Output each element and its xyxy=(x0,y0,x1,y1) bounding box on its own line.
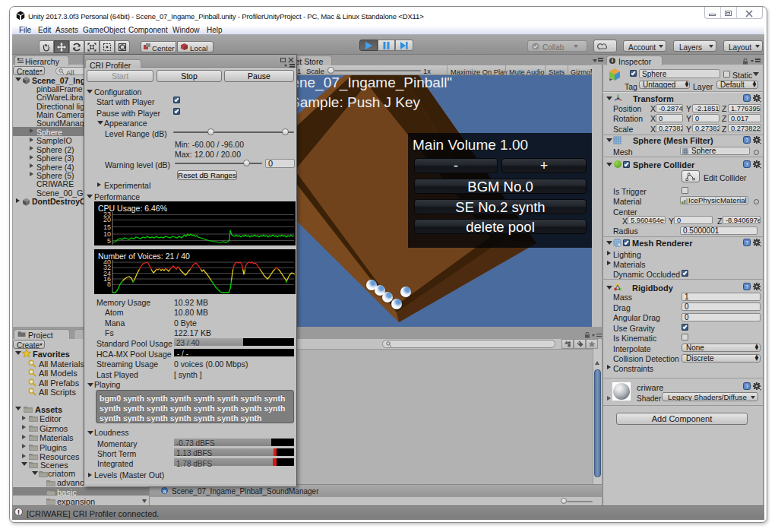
svg-text:5: 5 xyxy=(107,237,111,245)
svg-text:15: 15 xyxy=(103,223,111,231)
svg-text:?: ? xyxy=(745,138,748,143)
svg-text:?: ? xyxy=(745,162,748,167)
svg-text:?: ? xyxy=(745,284,748,290)
svg-text:8: 8 xyxy=(107,280,111,288)
svg-text:?: ? xyxy=(745,384,748,389)
svg-text:?: ? xyxy=(745,96,748,101)
svg-text:20: 20 xyxy=(103,216,111,223)
svg-text:?: ? xyxy=(745,240,748,245)
